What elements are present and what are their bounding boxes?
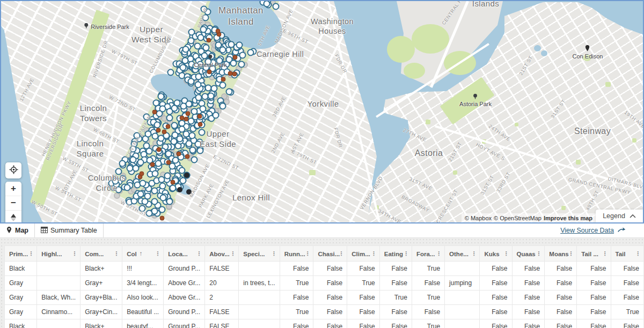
squirrel-point[interactable] bbox=[166, 108, 173, 115]
zoom-out-button[interactable]: − bbox=[5, 196, 21, 211]
squirrel-point-brown[interactable] bbox=[197, 122, 202, 126]
squirrel-point[interactable] bbox=[191, 156, 198, 163]
squirrel-point-brown[interactable] bbox=[232, 72, 237, 77]
zoom-in-button[interactable]: + bbox=[5, 182, 21, 196]
improve-map-link[interactable]: Improve this map bbox=[544, 215, 592, 221]
column-menu-icon[interactable]: ⋮ bbox=[113, 250, 119, 257]
squirrel-point-brown[interactable] bbox=[165, 124, 170, 129]
squirrel-point-brown[interactable] bbox=[232, 55, 237, 59]
column-menu-icon[interactable]: ⋮ bbox=[71, 250, 77, 257]
squirrel-point-black[interactable] bbox=[186, 189, 192, 195]
squirrel-point[interactable] bbox=[215, 42, 222, 49]
squirrel-point[interactable] bbox=[158, 135, 165, 142]
column-menu-icon[interactable]: ⋮ bbox=[196, 250, 202, 257]
column-header-chasi[interactable]: Chasi...⋮ bbox=[313, 246, 347, 262]
squirrel-point-brown[interactable] bbox=[184, 116, 189, 121]
legend-toggle[interactable]: Legend bbox=[596, 210, 643, 222]
squirrel-point-brown[interactable] bbox=[170, 180, 175, 185]
squirrel-point[interactable] bbox=[120, 175, 127, 182]
squirrel-point[interactable] bbox=[199, 106, 206, 113]
pitch-toggle-button[interactable] bbox=[5, 211, 21, 223]
squirrel-point-brown[interactable] bbox=[162, 130, 166, 135]
squirrel-point[interactable] bbox=[154, 121, 161, 128]
column-menu-icon[interactable]: ⋮ bbox=[403, 250, 409, 257]
squirrel-point[interactable] bbox=[230, 59, 237, 66]
column-menu-icon[interactable]: ⋮ bbox=[436, 250, 442, 257]
squirrel-point[interactable] bbox=[138, 205, 145, 212]
squirrel-point[interactable] bbox=[137, 159, 144, 166]
squirrel-point[interactable] bbox=[203, 44, 210, 51]
squirrel-point[interactable] bbox=[247, 49, 254, 56]
column-header-prim[interactable]: Prim...⋮ bbox=[5, 246, 37, 262]
squirrel-point[interactable] bbox=[130, 156, 137, 163]
squirrel-point[interactable] bbox=[160, 194, 167, 201]
squirrel-point[interactable] bbox=[196, 147, 203, 154]
column-menu-icon[interactable]: ⋮ bbox=[371, 250, 377, 257]
column-header-highl[interactable]: Highl...⋮ bbox=[37, 246, 80, 262]
squirrel-point[interactable] bbox=[186, 140, 193, 147]
column-menu-icon[interactable]: ⋮ bbox=[503, 250, 509, 257]
squirrel-point[interactable] bbox=[170, 138, 177, 145]
squirrel-point[interactable] bbox=[195, 73, 202, 80]
squirrel-point[interactable] bbox=[189, 147, 196, 154]
tab-summary-table[interactable]: Summary Table bbox=[35, 223, 104, 237]
squirrel-point[interactable] bbox=[145, 148, 152, 155]
column-header-othe[interactable]: Othe...⋮ bbox=[445, 246, 480, 262]
column-header-tail[interactable]: Tail⋮ bbox=[611, 246, 643, 262]
squirrel-point-brown[interactable] bbox=[156, 128, 161, 133]
squirrel-point[interactable] bbox=[194, 81, 201, 88]
squirrel-point[interactable] bbox=[132, 165, 139, 172]
squirrel-point[interactable] bbox=[239, 51, 246, 58]
column-menu-icon[interactable]: ⋮ bbox=[271, 250, 277, 257]
squirrel-point[interactable] bbox=[225, 88, 232, 95]
column-header-moans[interactable]: Moans⋮ bbox=[545, 246, 577, 262]
column-menu-icon[interactable]: ⋮ bbox=[635, 250, 641, 257]
squirrel-point[interactable] bbox=[200, 26, 207, 33]
squirrel-point-brown[interactable] bbox=[186, 111, 191, 116]
squirrel-point[interactable] bbox=[273, 3, 280, 10]
squirrel-point[interactable] bbox=[186, 101, 193, 108]
squirrel-point-brown[interactable] bbox=[139, 171, 144, 176]
column-menu-icon[interactable]: ⋮ bbox=[304, 250, 310, 257]
squirrel-point[interactable] bbox=[238, 61, 245, 68]
squirrel-point-black[interactable] bbox=[177, 187, 182, 192]
column-menu-icon[interactable]: ⋮ bbox=[602, 250, 608, 257]
column-menu-icon[interactable]: ⋮ bbox=[568, 250, 574, 257]
squirrel-point[interactable] bbox=[112, 178, 119, 185]
squirrel-point[interactable] bbox=[188, 37, 195, 44]
squirrel-point[interactable] bbox=[124, 184, 131, 191]
map-canvas[interactable]: Manhattan IslandWashington HousesCarnegi… bbox=[0, 0, 644, 223]
column-header-fora[interactable]: Fora...⋮ bbox=[412, 246, 444, 262]
squirrel-point[interactable] bbox=[182, 57, 189, 64]
geolocate-button[interactable] bbox=[5, 162, 21, 178]
squirrel-point[interactable] bbox=[166, 198, 173, 205]
squirrel-point-brown[interactable] bbox=[152, 110, 157, 115]
column-menu-icon[interactable]: ⋮ bbox=[536, 250, 541, 257]
squirrel-point-brown[interactable] bbox=[166, 160, 171, 165]
squirrel-point[interactable] bbox=[119, 160, 126, 167]
squirrel-point[interactable] bbox=[166, 115, 173, 122]
squirrel-point[interactable] bbox=[130, 145, 137, 152]
column-menu-icon[interactable]: ⋮ bbox=[471, 250, 477, 257]
column-menu-icon[interactable]: ⋮ bbox=[155, 250, 160, 257]
squirrel-point[interactable] bbox=[179, 177, 186, 184]
squirrel-point-brown[interactable] bbox=[207, 38, 211, 42]
squirrel-point[interactable] bbox=[187, 78, 194, 85]
column-header-eating[interactable]: Eating⋮ bbox=[379, 246, 412, 262]
squirrel-point[interactable] bbox=[219, 103, 226, 110]
squirrel-point[interactable] bbox=[191, 108, 197, 115]
column-header-speci[interactable]: Speci...⋮ bbox=[239, 246, 280, 262]
squirrel-point[interactable] bbox=[115, 187, 122, 193]
squirrel-point[interactable] bbox=[151, 187, 158, 194]
tab-map[interactable]: Map bbox=[0, 223, 35, 237]
squirrel-point[interactable] bbox=[178, 126, 185, 133]
squirrel-point[interactable] bbox=[172, 131, 179, 138]
column-menu-icon[interactable]: ⋮ bbox=[28, 250, 34, 257]
column-header-runn[interactable]: Runn...⋮ bbox=[280, 246, 313, 262]
squirrel-point[interactable] bbox=[152, 170, 159, 177]
squirrel-point[interactable] bbox=[143, 114, 150, 121]
column-header-kuks[interactable]: Kuks⋮ bbox=[480, 246, 512, 262]
squirrel-point[interactable] bbox=[172, 156, 179, 163]
squirrel-point-brown[interactable] bbox=[185, 154, 190, 159]
squirrel-point[interactable] bbox=[179, 64, 186, 71]
